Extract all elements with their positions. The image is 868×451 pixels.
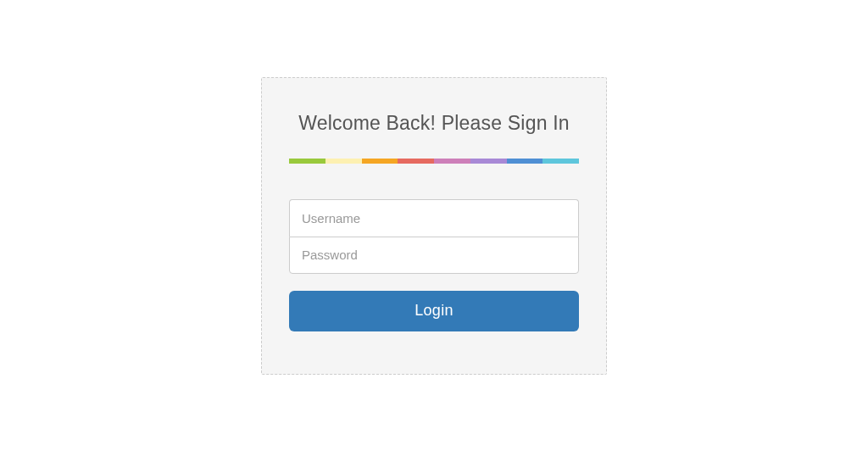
- stripe-segment: [542, 159, 579, 164]
- login-card: Welcome Back! Please Sign In Login: [261, 77, 607, 375]
- stripe-segment: [507, 159, 543, 164]
- color-stripe: [289, 159, 579, 164]
- login-title: Welcome Back! Please Sign In: [289, 112, 579, 135]
- password-input[interactable]: [289, 237, 579, 274]
- input-group: [289, 199, 579, 274]
- stripe-segment: [362, 159, 398, 164]
- stripe-segment: [326, 159, 362, 164]
- login-button[interactable]: Login: [289, 291, 579, 331]
- stripe-segment: [434, 159, 470, 164]
- stripe-segment: [398, 159, 434, 164]
- stripe-segment: [289, 159, 326, 164]
- stripe-segment: [470, 159, 507, 164]
- username-input[interactable]: [289, 199, 579, 237]
